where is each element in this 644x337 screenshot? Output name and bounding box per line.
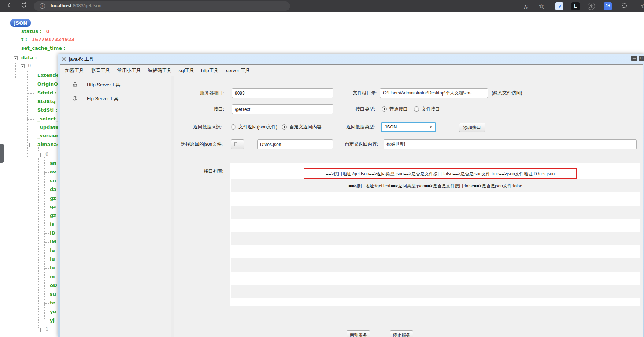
menu-media-tools[interactable]: 影音工具: [91, 67, 110, 74]
tree-stub: [44, 321, 49, 321]
collections-icon[interactable]: ☆: [639, 2, 644, 10]
tree-expander[interactable]: [14, 56, 18, 60]
window-titlebar[interactable]: java-fx 工具: [61, 56, 94, 63]
favorites-star-icon[interactable]: ☆+: [537, 2, 546, 10]
javafx-tool-window: java-fx 工具 — ❐ 加密工具 影音工具 常用小工具 编解码工具 sql…: [58, 54, 644, 337]
tree-node: gz: [50, 204, 56, 209]
menu-common-tools[interactable]: 常用小工具: [117, 67, 141, 74]
tree-node: Extende: [37, 72, 59, 78]
tree-line: [15, 61, 16, 78]
start-server-button[interactable]: 启动服务: [347, 330, 370, 337]
tree-node: almanac: [37, 142, 60, 147]
json-root-badge[interactable]: JSON: [10, 19, 31, 27]
tree-node: is: [50, 221, 54, 227]
window-title: java-fx 工具: [69, 56, 94, 62]
menu-server-tools[interactable]: server 工具: [226, 67, 250, 74]
tree-expander[interactable]: [37, 328, 41, 332]
tree-node: te: [50, 300, 55, 306]
tree-stub: [27, 119, 36, 120]
extension-circle-icon[interactable]: [588, 3, 595, 10]
tree-node: _select_: [37, 116, 58, 121]
tree-stub: [44, 181, 49, 181]
tree-stub: [44, 164, 49, 164]
toolbar-separator: [635, 3, 635, 9]
radio-file-api-label[interactable]: 文件接口: [422, 106, 440, 112]
tree-expander[interactable]: [37, 153, 41, 157]
tree-index: 1: [45, 326, 48, 332]
tree-stub: [44, 303, 49, 304]
api-list-row[interactable]: ==>接口地址:/getText==>返回类型:json==>是否是文件接口:f…: [231, 179, 640, 192]
tree-stub: [44, 268, 49, 269]
api-list-row-selected[interactable]: ==>接口地址:/getJson==>返回类型:json==>是否是文件接口:f…: [304, 168, 577, 179]
api-list-stripes: ==>接口地址:/getJson==>返回类型:json==>是否是文件接口:f…: [231, 166, 640, 306]
tree-line: [27, 71, 28, 157]
add-api-button[interactable]: 添加接口: [459, 123, 485, 132]
split-divider[interactable]: [171, 76, 174, 337]
tree-stub: [44, 242, 49, 243]
menu-codec-tools[interactable]: 编解码工具: [148, 67, 171, 74]
tree-node: _version: [37, 133, 60, 138]
radio-file-api[interactable]: [414, 106, 419, 112]
back-icon[interactable]: [5, 2, 13, 10]
tree-index: 0: [28, 63, 31, 68]
root-dir-label: 文件根目录:: [313, 88, 377, 98]
tree-stub: [44, 216, 49, 216]
tree-stub: [27, 85, 36, 85]
menu-encrypt-tools[interactable]: 加密工具: [65, 67, 84, 74]
sidebar-collapsed-handle[interactable]: [0, 144, 4, 163]
tree-stub: [6, 40, 18, 40]
tree-line: [44, 157, 45, 321]
extension-jh-icon[interactable]: JH: [604, 2, 612, 10]
tree-stub: [44, 190, 49, 190]
radio-custom-return[interactable]: [282, 124, 287, 130]
extensions-puzzle-icon[interactable]: [620, 2, 629, 10]
tree-stub: [6, 49, 18, 49]
custom-content-input[interactable]: [384, 139, 637, 149]
extension-bird-icon[interactable]: [555, 2, 563, 10]
stop-server-button[interactable]: 停止服务: [390, 330, 413, 337]
api-label: 接口:: [147, 104, 224, 114]
radio-file-return[interactable]: [231, 124, 236, 130]
radio-normal-api-label[interactable]: 普通接口: [389, 106, 408, 112]
menu-http-tools[interactable]: http工具: [201, 67, 219, 74]
tree-line: [6, 26, 6, 71]
screen: i localhost:8083/getJson A) ☆+ L JH ☆: [0, 0, 644, 337]
tree-node: set_cache_time :: [21, 45, 66, 51]
tree-stub: [27, 102, 36, 102]
menu-bar: 加密工具 影音工具 常用小工具 编解码工具 sql工具 http工具 serve…: [60, 65, 643, 76]
maximize-button[interactable]: ❐: [639, 56, 644, 61]
radio-normal-api[interactable]: [382, 106, 387, 112]
tree-expander[interactable]: [21, 64, 25, 68]
tree-line: [38, 147, 39, 328]
return-type-label: 返回数据类型:: [313, 122, 375, 132]
refresh-icon[interactable]: [20, 2, 28, 10]
tree-node: oD: [50, 282, 57, 288]
tree-node: lM: [50, 239, 56, 244]
tree-node: da: [50, 187, 56, 192]
tree-expander[interactable]: [4, 21, 8, 25]
tree-node: gz: [50, 195, 56, 201]
api-list: ==>接口地址:/getJson==>返回类型:json==>是否是文件接口:f…: [230, 163, 640, 306]
tree-expander[interactable]: [29, 143, 33, 147]
tree-node: OriginQ: [37, 81, 58, 87]
minimize-button[interactable]: —: [631, 56, 637, 61]
tree-node: lu: [50, 265, 55, 270]
tree-node: lu: [50, 248, 55, 253]
tree-stub: [44, 199, 49, 199]
choose-file-button[interactable]: [231, 139, 244, 149]
browser-toolbar: i localhost:8083/getJson A) ☆+ L JH ☆: [0, 0, 644, 12]
tree-node: yj: [50, 318, 55, 323]
root-dir-input[interactable]: [380, 88, 488, 98]
tree-node: av: [50, 169, 56, 175]
address-bar[interactable]: i localhost:8083/getJson: [34, 1, 290, 11]
site-info-icon[interactable]: i: [40, 3, 45, 9]
menu-sql-tools[interactable]: sql工具: [179, 67, 195, 74]
folder-icon: [234, 141, 240, 147]
return-type-combobox[interactable]: JSON ▼: [381, 122, 436, 132]
radio-file-return-label[interactable]: 文件返回(json文件): [238, 124, 277, 130]
read-aloud-icon[interactable]: A): [522, 2, 530, 10]
tree-stub: [44, 225, 49, 225]
tree-node: SiteId :: [37, 90, 57, 96]
tree-stub: [27, 93, 36, 94]
extension-l-icon[interactable]: L: [571, 2, 580, 10]
